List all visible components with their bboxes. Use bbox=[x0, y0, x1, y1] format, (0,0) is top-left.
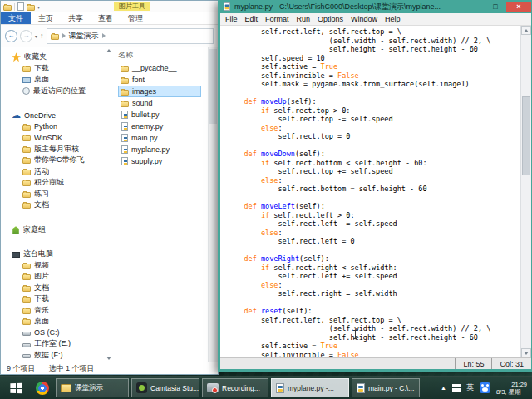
idle-titlebar[interactable]: myplane.py - C:\Users\FishC000\Desktop\课… bbox=[220, 0, 531, 13]
maximize-button[interactable]: □ bbox=[488, 2, 503, 12]
selection-count: 选中 1 个项目 bbox=[49, 363, 95, 374]
file-row[interactable]: images bbox=[118, 86, 201, 97]
sidebar-item[interactable]: 带你学C带你飞 bbox=[1, 155, 112, 166]
ime-language-indicator[interactable]: 英 bbox=[466, 382, 474, 393]
folder-icon bbox=[22, 319, 31, 325]
sidebar-item[interactable]: 活动 bbox=[1, 166, 112, 178]
explorer-statusbar: 9 个项目 选中 1 个项目 bbox=[1, 362, 218, 374]
sidebar-item[interactable]: 练习 bbox=[1, 189, 112, 200]
window-folder-icon bbox=[3, 5, 12, 11]
sidebar-item[interactable]: Python bbox=[1, 121, 112, 133]
taskbar-task[interactable]: 课堂演示 bbox=[56, 378, 129, 397]
ribbon-tab-3[interactable]: 共享 bbox=[61, 12, 91, 24]
file-row[interactable]: main.py bbox=[118, 132, 201, 144]
ribbon-tab-4[interactable]: 查看 bbox=[91, 12, 121, 24]
sidebar-item[interactable]: OneDrive bbox=[1, 110, 112, 121]
code-editor[interactable]: self.rect.left, self.rect.top = \ (self.… bbox=[220, 26, 520, 357]
back-button[interactable]: ← bbox=[5, 30, 17, 42]
ribbon-tab-5[interactable]: 管理 bbox=[121, 12, 150, 24]
scrollbar-thumb[interactable] bbox=[522, 96, 530, 175]
file-row[interactable]: enemy.py bbox=[118, 121, 201, 132]
qat-properties-icon[interactable] bbox=[17, 2, 24, 11]
file-row[interactable]: myplane.py bbox=[118, 144, 201, 155]
sidebar-item[interactable]: 文档 bbox=[1, 200, 112, 211]
sidebar-item[interactable]: 收藏夹 bbox=[1, 52, 112, 63]
ribbon-tab-1[interactable]: 文件 bbox=[1, 12, 31, 24]
file-row[interactable]: sound bbox=[118, 97, 201, 109]
history-caret-icon[interactable]: ▾ bbox=[35, 33, 37, 39]
sidebar-item-label: WinSDK bbox=[34, 134, 62, 142]
menu-window[interactable]: Window bbox=[351, 15, 377, 23]
sidebar-item[interactable]: 音乐 bbox=[1, 305, 112, 317]
code-line: self.height - self.rect.height - 60 bbox=[227, 333, 520, 342]
sidebar-item[interactable]: 文档 bbox=[1, 283, 112, 294]
sidebar-item[interactable]: 桌面 bbox=[1, 316, 112, 328]
sidebar-item[interactable]: 下载 bbox=[1, 293, 112, 305]
column-header-name[interactable]: 名称 bbox=[118, 47, 208, 62]
sidebar-item[interactable]: 这台电脑 bbox=[1, 249, 112, 260]
code-line: self.rect.top += self.speed bbox=[227, 167, 520, 176]
sidebar-item[interactable]: 图片 bbox=[1, 271, 112, 283]
file-row[interactable]: supply.py bbox=[118, 155, 201, 167]
code-line: else: bbox=[227, 281, 520, 290]
file-list-scrollbar[interactable] bbox=[208, 47, 218, 362]
menu-format[interactable]: Format bbox=[265, 15, 289, 23]
sidebar-item[interactable]: 积分商城 bbox=[1, 177, 112, 189]
sidebar-item[interactable]: WinSDK bbox=[1, 132, 112, 144]
camtasia-icon bbox=[136, 382, 147, 393]
scrollbar-thumb[interactable] bbox=[209, 49, 217, 124]
taskbar-clock[interactable]: 21:29 8/3, 星期一 bbox=[496, 381, 527, 396]
scroll-down-icon[interactable] bbox=[521, 348, 531, 357]
file-row[interactable]: font bbox=[118, 74, 201, 86]
code-line: self.rect.left += self.speed bbox=[227, 272, 520, 281]
code-line: self.invincible = False bbox=[227, 351, 520, 358]
breadcrumb[interactable]: 课堂演示 bbox=[47, 28, 214, 44]
sidebar-item-label: OneDrive bbox=[24, 111, 56, 120]
breadcrumb-folder-icon bbox=[51, 34, 59, 40]
scroll-up-icon[interactable] bbox=[521, 26, 531, 35]
editor-scrollbar[interactable] bbox=[520, 26, 531, 357]
menu-help[interactable]: Help bbox=[385, 15, 401, 23]
sidebar-item[interactable]: 数据 (F:) bbox=[1, 350, 112, 362]
sidebar-item-label: 文档 bbox=[34, 200, 49, 210]
taskbar-task[interactable]: myplane.py -... bbox=[271, 378, 349, 397]
minimize-button[interactable]: – bbox=[470, 2, 485, 12]
sidebar-item[interactable]: 桌面 bbox=[1, 74, 112, 86]
navigation-scrollbar[interactable] bbox=[105, 49, 112, 360]
sidebar-item[interactable]: 家庭组 bbox=[1, 224, 112, 236]
qat-new-folder-icon[interactable] bbox=[27, 5, 35, 11]
scroll-up-icon[interactable] bbox=[106, 49, 111, 52]
drive-icon bbox=[22, 354, 31, 358]
qat-customize-caret-icon[interactable]: ▾ bbox=[37, 4, 40, 10]
taskbar-task[interactable]: main.py - C:\... bbox=[352, 378, 420, 397]
chrome-taskbar-icon[interactable] bbox=[32, 377, 53, 399]
menu-run[interactable]: Run bbox=[297, 15, 311, 23]
taskbar-task[interactable]: Recording... bbox=[202, 378, 268, 397]
close-button[interactable]: × bbox=[506, 2, 531, 12]
up-button[interactable]: ↑ bbox=[40, 32, 44, 40]
file-row[interactable]: __pycache__ bbox=[118, 62, 201, 74]
sidebar-item[interactable]: 工作室 (E:) bbox=[1, 338, 112, 350]
sidebar-item[interactable]: 下载 bbox=[1, 63, 112, 75]
menu-file[interactable]: File bbox=[225, 15, 238, 23]
sidebar-item-label: 工作室 (E:) bbox=[34, 338, 71, 349]
forward-button[interactable]: → bbox=[20, 30, 32, 42]
sidebar-item[interactable]: 视频 bbox=[1, 260, 112, 272]
breadcrumb-path[interactable]: 课堂演示 bbox=[69, 31, 99, 42]
tray-grid-icon[interactable] bbox=[452, 384, 461, 392]
taskbar-task[interactable]: Camtasia Stu... bbox=[131, 378, 200, 397]
file-row[interactable]: bullet.py bbox=[118, 109, 201, 121]
menu-edit[interactable]: Edit bbox=[245, 15, 259, 23]
scroll-down-icon[interactable] bbox=[106, 357, 111, 360]
code-line: def moveUp(self): bbox=[227, 97, 520, 106]
show-hidden-icons-button[interactable]: ▲ bbox=[441, 385, 446, 391]
explorer-titlebar[interactable]: ▾ 图片工具 bbox=[1, 1, 218, 12]
sidebar-item[interactable]: OS (C:) bbox=[1, 328, 112, 339]
tray-blue-app-icon[interactable] bbox=[480, 382, 490, 393]
breadcrumb-arrow-icon bbox=[62, 33, 66, 38]
start-button[interactable] bbox=[2, 377, 29, 399]
ribbon-tab-2[interactable]: 主页 bbox=[31, 12, 61, 24]
menu-options[interactable]: Options bbox=[318, 15, 343, 23]
sidebar-item[interactable]: 最近访问的位置 bbox=[1, 86, 112, 97]
sidebar-item[interactable]: 版主每月审核 bbox=[1, 144, 112, 155]
